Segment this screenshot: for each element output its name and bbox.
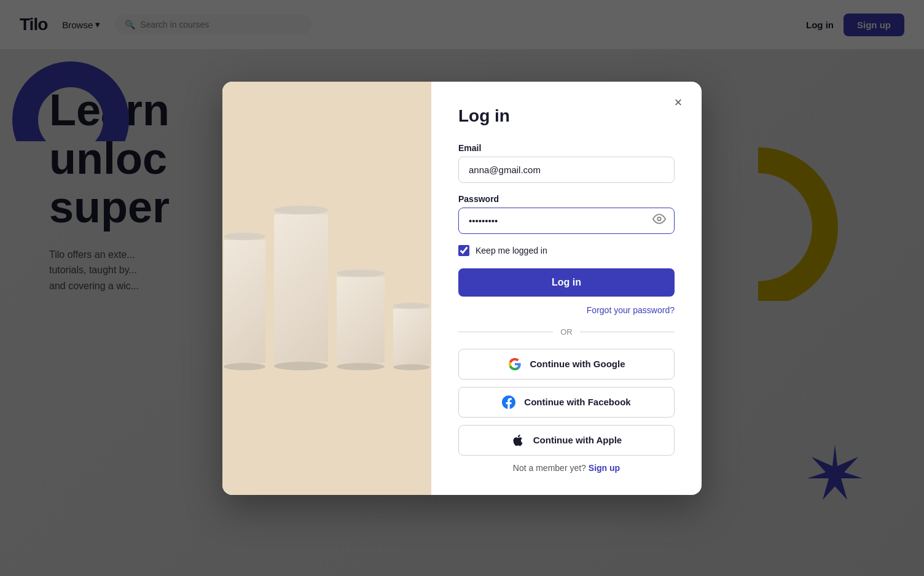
password-wrapper (458, 208, 675, 234)
cylinder-art (222, 181, 431, 395)
divider-line-right (580, 332, 675, 332)
password-input[interactable] (458, 208, 675, 234)
login-modal: × Log in Email Password (222, 82, 702, 495)
apple-icon (511, 434, 525, 447)
forgot-password-link[interactable]: Forgot your password? (458, 305, 675, 315)
keep-logged-checkbox[interactable] (458, 245, 469, 256)
password-label: Password (458, 194, 675, 204)
google-icon (508, 357, 522, 371)
facebook-login-button[interactable]: Continue with Facebook (458, 387, 675, 418)
modal-form-panel: × Log in Email Password (431, 82, 702, 495)
password-group: Password (458, 194, 675, 234)
svg-point-1 (657, 217, 661, 221)
apple-btn-label: Continue with Apple (533, 435, 622, 445)
signup-link[interactable]: Sign up (589, 463, 620, 473)
login-submit-button[interactable]: Log in (458, 268, 675, 297)
facebook-icon (502, 395, 515, 409)
close-button[interactable]: × (667, 91, 689, 114)
email-label: Email (458, 143, 675, 153)
or-divider: OR (458, 327, 675, 337)
email-input[interactable] (458, 157, 675, 183)
apple-login-button[interactable]: Continue with Apple (458, 425, 675, 456)
modal-title: Log in (458, 106, 675, 126)
signup-footer: Not a member yet? Sign up (458, 463, 675, 473)
divider-label: OR (560, 327, 573, 337)
email-group: Email (458, 143, 675, 183)
keep-logged-row: Keep me logged in (458, 245, 675, 256)
google-login-button[interactable]: Continue with Google (458, 349, 675, 379)
modal-wrapper: × Log in Email Password (0, 0, 924, 576)
google-btn-label: Continue with Google (530, 359, 625, 369)
signup-text: Not a member yet? (513, 463, 586, 473)
facebook-btn-label: Continue with Facebook (524, 397, 630, 407)
keep-logged-label[interactable]: Keep me logged in (476, 246, 547, 255)
toggle-password-icon[interactable] (652, 212, 666, 229)
modal-art-panel (222, 82, 431, 495)
divider-line-left (458, 332, 553, 332)
